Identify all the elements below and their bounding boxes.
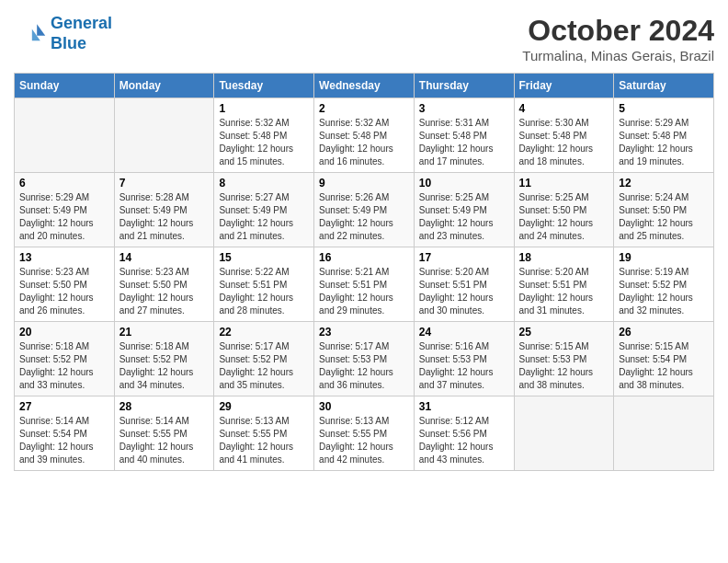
day-number: 19 xyxy=(619,251,709,264)
day-info: Sunrise: 5:17 AMSunset: 5:53 PMDaylight:… xyxy=(319,340,409,392)
day-number: 20 xyxy=(19,326,109,339)
location-title: Turmalina, Minas Gerais, Brazil xyxy=(522,48,714,63)
logo-line2: Blue xyxy=(51,34,86,52)
day-info: Sunrise: 5:32 AMSunset: 5:48 PMDaylight:… xyxy=(219,117,309,168)
calendar-cell: 27Sunrise: 5:14 AMSunset: 5:54 PMDayligh… xyxy=(15,396,115,471)
day-info: Sunrise: 5:15 AMSunset: 5:54 PMDaylight:… xyxy=(619,340,709,392)
day-number: 5 xyxy=(619,102,709,115)
day-number: 17 xyxy=(419,251,509,264)
day-number: 21 xyxy=(119,326,210,339)
weekday-header: Tuesday xyxy=(214,74,314,98)
day-number: 10 xyxy=(419,177,509,190)
day-info: Sunrise: 5:27 AMSunset: 5:49 PMDaylight:… xyxy=(219,191,309,243)
day-number: 7 xyxy=(119,177,210,190)
calendar-cell: 3Sunrise: 5:31 AMSunset: 5:48 PMDaylight… xyxy=(414,98,514,173)
day-number: 22 xyxy=(219,326,309,339)
calendar-cell: 21Sunrise: 5:18 AMSunset: 5:52 PMDayligh… xyxy=(114,322,214,396)
day-info: Sunrise: 5:26 AMSunset: 5:49 PMDaylight:… xyxy=(319,191,409,243)
weekday-header: Monday xyxy=(114,74,214,98)
weekday-header: Wednesday xyxy=(314,74,415,98)
calendar-cell: 12Sunrise: 5:24 AMSunset: 5:50 PMDayligh… xyxy=(614,173,714,247)
day-info: Sunrise: 5:23 AMSunset: 5:50 PMDaylight:… xyxy=(119,266,210,317)
calendar-cell: 28Sunrise: 5:14 AMSunset: 5:55 PMDayligh… xyxy=(114,396,214,471)
day-info: Sunrise: 5:20 AMSunset: 5:51 PMDaylight:… xyxy=(419,266,509,317)
day-number: 26 xyxy=(619,326,709,339)
calendar-cell: 4Sunrise: 5:30 AMSunset: 5:48 PMDaylight… xyxy=(514,98,614,173)
weekday-header: Thursday xyxy=(414,74,514,98)
day-info: Sunrise: 5:22 AMSunset: 5:51 PMDaylight:… xyxy=(219,266,309,317)
day-number: 3 xyxy=(419,102,509,115)
calendar-week-row: 27Sunrise: 5:14 AMSunset: 5:54 PMDayligh… xyxy=(15,396,714,471)
day-info: Sunrise: 5:20 AMSunset: 5:51 PMDaylight:… xyxy=(519,266,609,317)
calendar-header: SundayMondayTuesdayWednesdayThursdayFrid… xyxy=(15,74,714,98)
title-area: October 2024 Turmalina, Minas Gerais, Br… xyxy=(522,14,714,63)
calendar-cell: 31Sunrise: 5:12 AMSunset: 5:56 PMDayligh… xyxy=(414,396,514,471)
calendar-cell: 30Sunrise: 5:13 AMSunset: 5:55 PMDayligh… xyxy=(314,396,415,471)
day-number: 29 xyxy=(219,400,309,413)
calendar-cell: 26Sunrise: 5:15 AMSunset: 5:54 PMDayligh… xyxy=(614,322,714,396)
calendar-cell: 9Sunrise: 5:26 AMSunset: 5:49 PMDaylight… xyxy=(314,173,415,247)
calendar-week-row: 6Sunrise: 5:29 AMSunset: 5:49 PMDaylight… xyxy=(15,173,714,247)
calendar-week-row: 20Sunrise: 5:18 AMSunset: 5:52 PMDayligh… xyxy=(15,322,714,396)
calendar-cell: 8Sunrise: 5:27 AMSunset: 5:49 PMDaylight… xyxy=(214,173,314,247)
logo-text: General Blue xyxy=(51,14,112,53)
day-number: 11 xyxy=(519,177,609,190)
day-info: Sunrise: 5:28 AMSunset: 5:49 PMDaylight:… xyxy=(119,191,210,243)
day-info: Sunrise: 5:17 AMSunset: 5:52 PMDaylight:… xyxy=(219,340,309,392)
day-info: Sunrise: 5:31 AMSunset: 5:48 PMDaylight:… xyxy=(419,117,509,168)
weekday-header: Friday xyxy=(514,74,614,98)
calendar-cell: 15Sunrise: 5:22 AMSunset: 5:51 PMDayligh… xyxy=(214,247,314,322)
day-info: Sunrise: 5:18 AMSunset: 5:52 PMDaylight:… xyxy=(119,340,210,392)
calendar-table: SundayMondayTuesdayWednesdayThursdayFrid… xyxy=(14,73,714,471)
calendar-body: 1Sunrise: 5:32 AMSunset: 5:48 PMDaylight… xyxy=(15,98,714,471)
day-info: Sunrise: 5:14 AMSunset: 5:54 PMDaylight:… xyxy=(19,415,109,466)
calendar-cell: 13Sunrise: 5:23 AMSunset: 5:50 PMDayligh… xyxy=(15,247,115,322)
calendar-cell: 14Sunrise: 5:23 AMSunset: 5:50 PMDayligh… xyxy=(114,247,214,322)
day-info: Sunrise: 5:14 AMSunset: 5:55 PMDaylight:… xyxy=(119,415,210,466)
day-info: Sunrise: 5:13 AMSunset: 5:55 PMDaylight:… xyxy=(219,415,309,466)
day-info: Sunrise: 5:12 AMSunset: 5:56 PMDaylight:… xyxy=(419,415,509,466)
day-number: 23 xyxy=(319,326,409,339)
day-info: Sunrise: 5:21 AMSunset: 5:51 PMDaylight:… xyxy=(319,266,409,317)
day-info: Sunrise: 5:15 AMSunset: 5:53 PMDaylight:… xyxy=(519,340,609,392)
page-header: General Blue October 2024 Turmalina, Min… xyxy=(14,14,714,63)
day-info: Sunrise: 5:19 AMSunset: 5:52 PMDaylight:… xyxy=(619,266,709,317)
day-number: 15 xyxy=(219,251,309,264)
calendar-cell: 11Sunrise: 5:25 AMSunset: 5:50 PMDayligh… xyxy=(514,173,614,247)
day-number: 27 xyxy=(19,400,109,413)
calendar-cell: 7Sunrise: 5:28 AMSunset: 5:49 PMDaylight… xyxy=(114,173,214,247)
calendar-cell: 20Sunrise: 5:18 AMSunset: 5:52 PMDayligh… xyxy=(15,322,115,396)
calendar-week-row: 1Sunrise: 5:32 AMSunset: 5:48 PMDaylight… xyxy=(15,98,714,173)
day-info: Sunrise: 5:13 AMSunset: 5:55 PMDaylight:… xyxy=(319,415,409,466)
day-info: Sunrise: 5:30 AMSunset: 5:48 PMDaylight:… xyxy=(519,117,609,168)
calendar-cell: 5Sunrise: 5:29 AMSunset: 5:48 PMDaylight… xyxy=(614,98,714,173)
day-number: 8 xyxy=(219,177,309,190)
day-number: 18 xyxy=(519,251,609,264)
calendar-cell: 24Sunrise: 5:16 AMSunset: 5:53 PMDayligh… xyxy=(414,322,514,396)
day-number: 28 xyxy=(119,400,210,413)
day-info: Sunrise: 5:25 AMSunset: 5:49 PMDaylight:… xyxy=(419,191,509,243)
day-number: 14 xyxy=(119,251,210,264)
day-info: Sunrise: 5:29 AMSunset: 5:48 PMDaylight:… xyxy=(619,117,709,168)
day-info: Sunrise: 5:32 AMSunset: 5:48 PMDaylight:… xyxy=(319,117,409,168)
day-number: 31 xyxy=(419,400,509,413)
calendar-cell: 2Sunrise: 5:32 AMSunset: 5:48 PMDaylight… xyxy=(314,98,415,173)
day-number: 13 xyxy=(19,251,109,264)
calendar-cell: 22Sunrise: 5:17 AMSunset: 5:52 PMDayligh… xyxy=(214,322,314,396)
day-info: Sunrise: 5:18 AMSunset: 5:52 PMDaylight:… xyxy=(19,340,109,392)
day-info: Sunrise: 5:25 AMSunset: 5:50 PMDaylight:… xyxy=(519,191,609,243)
day-number: 4 xyxy=(519,102,609,115)
calendar-cell: 1Sunrise: 5:32 AMSunset: 5:48 PMDaylight… xyxy=(214,98,314,173)
month-title: October 2024 xyxy=(522,14,714,48)
calendar-cell xyxy=(514,396,614,471)
day-number: 6 xyxy=(19,177,109,190)
weekday-row: SundayMondayTuesdayWednesdayThursdayFrid… xyxy=(15,74,714,98)
logo: General Blue xyxy=(14,14,112,53)
calendar-cell: 16Sunrise: 5:21 AMSunset: 5:51 PMDayligh… xyxy=(314,247,415,322)
day-number: 1 xyxy=(219,102,309,115)
logo-line1: General xyxy=(51,14,112,32)
calendar-cell xyxy=(614,396,714,471)
calendar-cell: 6Sunrise: 5:29 AMSunset: 5:49 PMDaylight… xyxy=(15,173,115,247)
day-number: 25 xyxy=(519,326,609,339)
calendar-cell: 10Sunrise: 5:25 AMSunset: 5:49 PMDayligh… xyxy=(414,173,514,247)
